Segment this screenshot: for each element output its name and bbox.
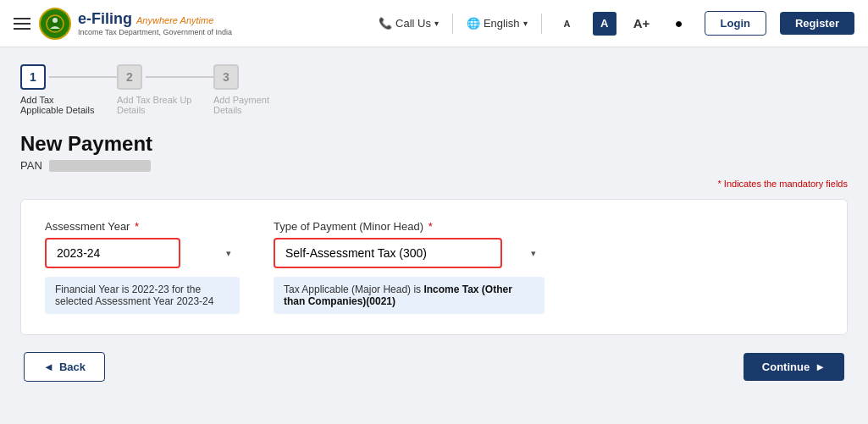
logo-efiling-label: e-Filing Anywhere Anytime [78,10,232,28]
step-2-circle: 2 [117,64,142,90]
assessment-year-label: Assessment Year * [45,220,240,233]
step-3-circle: 3 [213,64,239,90]
payment-type-info: Tax Applicable (Major Head) is Income Ta… [274,277,545,314]
step-1-connector [49,76,117,78]
payment-type-select-wrapper: Self-Assessment Tax (300) Advance Tax (1… [274,238,545,268]
font-small-button[interactable]: A [556,12,579,36]
form-row: Assessment Year * 2023-24 2022-23 2021-2… [45,220,823,314]
hamburger-menu-icon[interactable] [14,18,30,30]
font-large-button[interactable]: A+ [630,12,654,36]
payment-type-group: Type of Payment (Minor Head) * Self-Asse… [274,220,545,314]
payment-type-select[interactable]: Self-Assessment Tax (300) Advance Tax (1… [274,238,502,268]
svg-point-1 [53,18,58,23]
main-content: 1 Add Tax Applicable Details 2 Add Tax B… [0,47,868,399]
page-title: New Payment [20,132,848,156]
back-button[interactable]: ◄ Back [24,352,105,382]
language-nav[interactable]: 🌐 English ▾ [467,17,528,30]
phone-icon: 📞 [379,17,392,30]
mandatory-note: * Indicates the mandatory fields [20,179,848,189]
step-1-row: 1 [20,64,120,90]
logo-subtitle-label: Income Tax Department, Government of Ind… [78,28,232,36]
assessment-year-required: * [135,220,139,233]
divider-1 [452,14,453,34]
assessment-year-chevron-icon: ▾ [226,248,231,259]
header-left: e-Filing Anywhere Anytime Income Tax Dep… [14,8,368,40]
login-button[interactable]: Login [705,11,766,36]
step-3-label: Add Payment Details [213,95,290,115]
step-2-connector [146,76,213,78]
divider-2 [541,14,542,34]
logo-text: e-Filing Anywhere Anytime Income Tax Dep… [78,10,232,36]
step-1-circle: 1 [20,64,46,90]
payment-type-label: Type of Payment (Minor Head) * [274,220,545,233]
assessment-year-select-wrapper: 2023-24 2022-23 2021-22 ▾ [45,238,240,268]
step-1: 1 Add Tax Applicable Details [20,64,120,115]
step-3-row: 3 [213,64,239,90]
continue-button[interactable]: Continue ► [744,353,844,381]
form-card: Assessment Year * 2023-24 2022-23 2021-2… [20,199,848,335]
call-us-nav[interactable]: 📞 Call Us ▾ [379,17,439,30]
step-3: 3 Add Payment Details [213,64,290,115]
step-1-label: Add Tax Applicable Details [20,95,97,115]
font-medium-button[interactable]: A [593,12,616,36]
step-2: 2 Add Tax Break Up Details [117,64,217,115]
logo-area: e-Filing Anywhere Anytime Income Tax Dep… [39,8,232,40]
header: e-Filing Anywhere Anytime Income Tax Dep… [0,0,868,47]
pan-row: PAN [20,159,848,172]
language-chevron-icon: ▾ [523,19,528,28]
assessment-year-select[interactable]: 2023-24 2022-23 2021-22 [45,238,180,268]
step-2-label: Add Tax Break Up Details [117,95,193,115]
globe-icon: 🌐 [467,17,480,30]
assessment-year-group: Assessment Year * 2023-24 2022-23 2021-2… [45,220,240,314]
back-icon: ◄ [43,361,54,373]
payment-type-chevron-icon: ▾ [531,248,536,259]
payment-type-required: * [428,220,433,233]
footer-bar: ◄ Back Continue ► [20,352,848,382]
pan-masked-value [49,160,151,172]
header-right: 📞 Call Us ▾ 🌐 English ▾ A A A+ ● Login R… [379,11,854,36]
contrast-button[interactable]: ● [667,12,691,36]
continue-icon: ► [815,361,826,373]
step-2-row: 2 [117,64,217,90]
register-button[interactable]: Register [780,12,854,35]
logo-emblem [39,8,71,40]
stepper: 1 Add Tax Applicable Details 2 Add Tax B… [20,64,848,115]
call-us-chevron-icon: ▾ [434,19,439,28]
assessment-year-info: Financial Year is 2022-23 for the select… [45,277,240,314]
